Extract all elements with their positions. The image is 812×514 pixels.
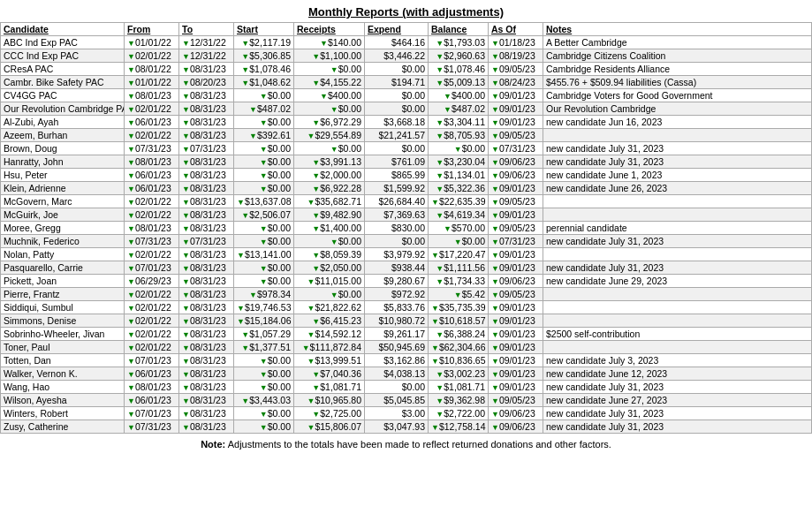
to-cell: ▼08/31/23: [179, 301, 234, 314]
table-row: Sobrinho-Wheeler, Jivan▼02/01/22▼08/31/2…: [1, 328, 812, 341]
candidate-cell: ABC Ind Exp PAC: [1, 36, 125, 49]
balance-cell: ▼$5,322.36: [429, 182, 489, 195]
candidate-cell: Simmons, Denise: [1, 314, 125, 328]
notes-cell: [543, 341, 812, 354]
col-header-asof: As Of: [489, 23, 543, 36]
expend-cell: $9,280.67: [365, 275, 429, 288]
arrow-icon: ▼: [307, 132, 315, 140]
to-cell: ▼08/31/23: [179, 328, 234, 341]
arrow-icon: ▼: [260, 185, 268, 193]
notes-cell: [543, 301, 812, 314]
asof-cell: ▼09/01/23: [489, 102, 543, 116]
footer-note-label: Note:: [201, 439, 225, 450]
arrow-icon: ▼: [491, 132, 499, 140]
table-row: McGuirk, Joe▼02/01/22▼08/31/23▼$2,506.07…: [1, 208, 812, 222]
to-cell: ▼08/31/23: [179, 89, 234, 102]
start-cell: ▼$0.00: [234, 222, 294, 235]
arrow-icon: ▼: [182, 198, 190, 207]
arrow-icon: ▼: [312, 118, 320, 127]
asof-cell: ▼09/01/23: [489, 261, 543, 275]
start-cell: ▼$1,078.46: [234, 63, 294, 76]
balance-cell: ▼$3,304.11: [429, 116, 489, 129]
notes-cell: new candidate July 31, 2023: [543, 381, 812, 394]
table-row: ABC Ind Exp PAC▼01/01/22▼12/31/22▼$2,117…: [1, 36, 812, 49]
from-cell: ▼02/01/22: [125, 288, 179, 301]
expend-cell: $972.92: [365, 288, 429, 301]
from-cell: ▼07/01/23: [125, 354, 179, 367]
asof-cell: ▼09/06/23: [489, 407, 543, 420]
balance-cell: ▼$10,836.65: [429, 354, 489, 367]
arrow-icon: ▼: [491, 118, 499, 127]
candidate-cell: Muchnik, Federico: [1, 235, 125, 248]
from-cell: ▼02/01/22: [125, 49, 179, 63]
to-cell: ▼08/31/23: [179, 102, 234, 116]
from-cell: ▼02/01/22: [125, 328, 179, 341]
arrow-icon: ▼: [182, 317, 190, 326]
arrow-icon: ▼: [491, 251, 499, 260]
table-row: Nolan, Patty▼02/01/22▼08/31/23▼$13,141.0…: [1, 248, 812, 261]
asof-cell: ▼09/01/23: [489, 381, 543, 394]
start-cell: ▼$0.00: [234, 142, 294, 155]
asof-cell: ▼09/05/23: [489, 222, 543, 235]
arrow-icon: ▼: [454, 238, 462, 246]
arrow-icon: ▼: [312, 79, 320, 87]
arrow-icon: ▼: [182, 92, 190, 101]
arrow-icon: ▼: [260, 238, 268, 246]
table-row: CV4GG PAC▼08/01/23▼08/31/23▼$0.00▼$400.0…: [1, 89, 812, 102]
asof-cell: ▼09/01/23: [489, 341, 543, 354]
receipts-cell: ▼$2,725.00: [294, 407, 365, 420]
from-cell: ▼08/01/23: [125, 89, 179, 102]
arrow-icon: ▼: [182, 330, 190, 339]
arrow-icon: ▼: [436, 211, 444, 220]
candidate-cell: Sobrinho-Wheeler, Jivan: [1, 328, 125, 341]
balance-cell: ▼$9,362.98: [429, 394, 489, 407]
table-row: CCC Ind Exp PAC▼02/01/22▼12/31/22▼$5,306…: [1, 49, 812, 63]
expend-cell: $9,261.17: [365, 328, 429, 341]
col-header-from: From: [125, 23, 179, 36]
asof-cell: ▼01/18/23: [489, 36, 543, 49]
arrow-icon: ▼: [249, 132, 257, 140]
notes-cell: new candidate July 31, 2023: [543, 155, 812, 169]
arrow-icon: ▼: [182, 158, 190, 167]
table-row: Pierre, Frantz▼02/01/22▼08/31/23▼$978.34…: [1, 288, 812, 301]
arrow-icon: ▼: [127, 291, 135, 299]
expend-cell: $0.00: [365, 102, 429, 116]
arrow-icon: ▼: [127, 118, 135, 127]
arrow-icon: ▼: [312, 251, 320, 260]
arrow-icon: ▼: [436, 118, 444, 127]
to-cell: ▼08/31/23: [179, 155, 234, 169]
col-header-expend: Expend: [365, 23, 429, 36]
arrow-icon: ▼: [260, 158, 268, 167]
asof-cell: ▼07/31/23: [489, 142, 543, 155]
asof-cell: ▼09/01/23: [489, 182, 543, 195]
table-row: Brown, Doug▼07/31/23▼07/31/23▼$0.00▼$0.0…: [1, 142, 812, 155]
candidate-cell: Toner, Paul: [1, 341, 125, 354]
balance-cell: ▼$8,705.93: [429, 129, 489, 142]
receipts-cell: ▼$6,415.23: [294, 314, 365, 328]
candidate-cell: Moree, Gregg: [1, 222, 125, 235]
balance-cell: ▼$2,722.00: [429, 407, 489, 420]
expend-cell: $0.00: [365, 235, 429, 248]
arrow-icon: ▼: [127, 224, 135, 233]
arrow-icon: ▼: [491, 344, 499, 352]
asof-cell: ▼09/01/23: [489, 208, 543, 222]
arrow-icon: ▼: [491, 330, 499, 339]
balance-cell: ▼$0.00: [429, 235, 489, 248]
table-row: Cambr. Bike Safety PAC▼01/01/22▼08/20/23…: [1, 76, 812, 89]
arrow-icon: ▼: [491, 304, 499, 313]
arrow-icon: ▼: [491, 291, 499, 299]
balance-cell: ▼$22,635.39: [429, 195, 489, 208]
notes-cell: $2500 self-contribution: [543, 328, 812, 341]
arrow-icon: ▼: [491, 211, 499, 220]
candidate-cell: Cambr. Bike Safety PAC: [1, 76, 125, 89]
to-cell: ▼08/31/23: [179, 394, 234, 407]
from-cell: ▼02/01/22: [125, 129, 179, 142]
arrow-icon: ▼: [330, 291, 338, 299]
arrow-icon: ▼: [312, 158, 320, 167]
expend-cell: $464.16: [365, 36, 429, 49]
arrow-icon: ▼: [260, 118, 268, 127]
start-cell: ▼$2,506.07: [234, 208, 294, 222]
notes-cell: [543, 195, 812, 208]
arrow-icon: ▼: [127, 277, 135, 286]
candidate-cell: Walker, Vernon K.: [1, 367, 125, 381]
